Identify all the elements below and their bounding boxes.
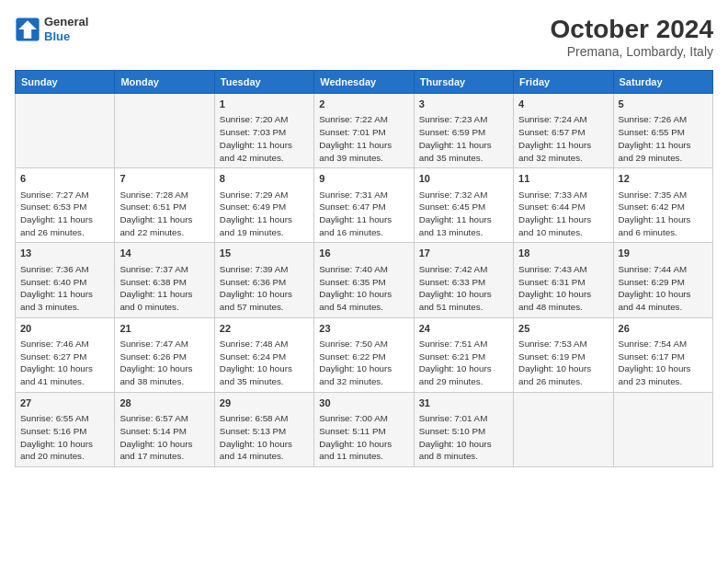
calendar-day-cell: 7Sunrise: 7:28 AMSunset: 6:51 PMDaylight… <box>115 168 214 243</box>
day-number: 4 <box>518 98 608 111</box>
day-number: 16 <box>319 247 408 260</box>
calendar-day-cell: 28Sunrise: 6:57 AMSunset: 5:14 PMDayligh… <box>115 392 214 466</box>
day-info: Sunrise: 7:46 AMSunset: 6:27 PMDaylight:… <box>20 338 109 388</box>
calendar-day-cell: 14Sunrise: 7:37 AMSunset: 6:38 PMDayligh… <box>115 243 214 317</box>
logo: General Blue <box>15 15 88 43</box>
day-info: Sunrise: 7:23 AMSunset: 6:59 PMDaylight:… <box>419 113 508 164</box>
calendar-day-cell <box>115 94 214 168</box>
day-number: 21 <box>119 322 209 336</box>
calendar-header-row: SundayMondayTuesdayWednesdayThursdayFrid… <box>16 71 713 94</box>
day-info: Sunrise: 7:53 AMSunset: 6:19 PMDaylight:… <box>518 338 608 388</box>
day-number: 29 <box>220 396 309 410</box>
logo-icon <box>15 17 40 42</box>
calendar-day-cell: 1Sunrise: 7:20 AMSunset: 7:03 PMDaylight… <box>214 94 313 168</box>
day-of-week-header: Wednesday <box>314 71 414 94</box>
calendar-day-cell: 9Sunrise: 7:31 AMSunset: 6:47 PMDaylight… <box>314 168 414 243</box>
calendar-day-cell: 25Sunrise: 7:53 AMSunset: 6:19 PMDayligh… <box>514 317 613 392</box>
calendar-day-cell: 27Sunrise: 6:55 AMSunset: 5:16 PMDayligh… <box>16 392 115 466</box>
day-number: 2 <box>319 98 408 111</box>
day-info: Sunrise: 7:24 AMSunset: 6:57 PMDaylight:… <box>518 113 608 164</box>
day-number: 26 <box>619 322 708 336</box>
day-number: 11 <box>518 172 608 186</box>
day-number: 22 <box>220 322 309 336</box>
day-of-week-header: Monday <box>115 71 214 94</box>
calendar-day-cell: 29Sunrise: 6:58 AMSunset: 5:13 PMDayligh… <box>214 392 313 466</box>
day-of-week-header: Saturday <box>613 71 712 94</box>
day-info: Sunrise: 7:47 AMSunset: 6:26 PMDaylight:… <box>119 338 209 388</box>
calendar-day-cell: 21Sunrise: 7:47 AMSunset: 6:26 PMDayligh… <box>115 317 214 392</box>
day-info: Sunrise: 6:58 AMSunset: 5:13 PMDaylight:… <box>220 412 309 463</box>
day-number: 5 <box>619 98 708 111</box>
calendar-week-row: 13Sunrise: 7:36 AMSunset: 6:40 PMDayligh… <box>16 243 713 317</box>
day-info: Sunrise: 7:42 AMSunset: 6:33 PMDaylight:… <box>419 263 508 314</box>
day-number: 13 <box>20 247 109 260</box>
calendar-day-cell: 19Sunrise: 7:44 AMSunset: 6:29 PMDayligh… <box>613 243 712 317</box>
page-header: General Blue October 2024 Premana, Lomba… <box>15 15 713 59</box>
day-info: Sunrise: 7:43 AMSunset: 6:31 PMDaylight:… <box>518 263 608 314</box>
day-number: 28 <box>119 396 209 410</box>
calendar-week-row: 27Sunrise: 6:55 AMSunset: 5:16 PMDayligh… <box>16 392 713 466</box>
day-of-week-header: Sunday <box>16 71 115 94</box>
day-of-week-header: Friday <box>514 71 613 94</box>
day-info: Sunrise: 7:37 AMSunset: 6:38 PMDaylight:… <box>119 263 209 314</box>
logo-line2: Blue <box>44 29 88 44</box>
day-info: Sunrise: 7:26 AMSunset: 6:55 PMDaylight:… <box>619 113 708 164</box>
calendar-day-cell: 23Sunrise: 7:50 AMSunset: 6:22 PMDayligh… <box>314 317 414 392</box>
day-info: Sunrise: 7:40 AMSunset: 6:35 PMDaylight:… <box>319 263 408 314</box>
calendar-day-cell: 15Sunrise: 7:39 AMSunset: 6:36 PMDayligh… <box>214 243 313 317</box>
calendar-day-cell: 13Sunrise: 7:36 AMSunset: 6:40 PMDayligh… <box>16 243 115 317</box>
day-info: Sunrise: 7:22 AMSunset: 7:01 PMDaylight:… <box>319 113 408 164</box>
calendar-day-cell: 5Sunrise: 7:26 AMSunset: 6:55 PMDaylight… <box>613 94 712 168</box>
calendar-day-cell <box>613 392 712 466</box>
day-of-week-header: Tuesday <box>214 71 313 94</box>
day-number: 8 <box>220 172 309 186</box>
calendar-day-cell: 6Sunrise: 7:27 AMSunset: 6:53 PMDaylight… <box>16 168 115 243</box>
calendar-day-cell: 2Sunrise: 7:22 AMSunset: 7:01 PMDaylight… <box>314 94 414 168</box>
day-number: 12 <box>619 172 708 186</box>
calendar-day-cell: 16Sunrise: 7:40 AMSunset: 6:35 PMDayligh… <box>314 243 414 317</box>
day-info: Sunrise: 7:29 AMSunset: 6:49 PMDaylight:… <box>220 189 309 239</box>
day-info: Sunrise: 7:39 AMSunset: 6:36 PMDaylight:… <box>220 263 309 314</box>
day-info: Sunrise: 7:00 AMSunset: 5:11 PMDaylight:… <box>319 412 408 463</box>
day-info: Sunrise: 7:27 AMSunset: 6:53 PMDaylight:… <box>20 189 109 239</box>
day-info: Sunrise: 7:33 AMSunset: 6:44 PMDaylight:… <box>518 189 608 239</box>
day-info: Sunrise: 7:31 AMSunset: 6:47 PMDaylight:… <box>319 189 408 239</box>
day-info: Sunrise: 6:55 AMSunset: 5:16 PMDaylight:… <box>20 412 109 463</box>
calendar-day-cell <box>514 392 613 466</box>
day-number: 15 <box>220 247 309 260</box>
calendar-day-cell: 18Sunrise: 7:43 AMSunset: 6:31 PMDayligh… <box>514 243 613 317</box>
day-info: Sunrise: 7:50 AMSunset: 6:22 PMDaylight:… <box>319 338 408 388</box>
day-info: Sunrise: 7:44 AMSunset: 6:29 PMDaylight:… <box>619 263 708 314</box>
calendar-week-row: 1Sunrise: 7:20 AMSunset: 7:03 PMDaylight… <box>16 94 713 168</box>
title-block: October 2024 Premana, Lombardy, Italy <box>551 15 713 59</box>
day-info: Sunrise: 7:48 AMSunset: 6:24 PMDaylight:… <box>220 338 309 388</box>
day-number: 14 <box>119 247 209 260</box>
calendar-day-cell: 10Sunrise: 7:32 AMSunset: 6:45 PMDayligh… <box>414 168 513 243</box>
day-info: Sunrise: 6:57 AMSunset: 5:14 PMDaylight:… <box>119 412 209 463</box>
calendar-subtitle: Premana, Lombardy, Italy <box>551 44 713 59</box>
day-number: 24 <box>419 322 508 336</box>
calendar-day-cell: 26Sunrise: 7:54 AMSunset: 6:17 PMDayligh… <box>613 317 712 392</box>
calendar-table: SundayMondayTuesdayWednesdayThursdayFrid… <box>15 70 713 467</box>
day-number: 1 <box>220 98 309 111</box>
day-number: 30 <box>319 396 408 410</box>
calendar-day-cell: 24Sunrise: 7:51 AMSunset: 6:21 PMDayligh… <box>414 317 513 392</box>
calendar-day-cell: 11Sunrise: 7:33 AMSunset: 6:44 PMDayligh… <box>514 168 613 243</box>
day-info: Sunrise: 7:51 AMSunset: 6:21 PMDaylight:… <box>419 338 508 388</box>
day-number: 6 <box>20 172 109 186</box>
day-info: Sunrise: 7:20 AMSunset: 7:03 PMDaylight:… <box>220 113 309 164</box>
day-number: 25 <box>518 322 608 336</box>
day-number: 9 <box>319 172 408 186</box>
day-info: Sunrise: 7:32 AMSunset: 6:45 PMDaylight:… <box>419 189 508 239</box>
day-info: Sunrise: 7:36 AMSunset: 6:40 PMDaylight:… <box>20 263 109 314</box>
calendar-day-cell <box>16 94 115 168</box>
day-number: 3 <box>419 98 508 111</box>
day-of-week-header: Thursday <box>414 71 513 94</box>
day-number: 10 <box>419 172 508 186</box>
day-number: 19 <box>619 247 708 260</box>
logo-line1: General <box>44 15 88 29</box>
calendar-day-cell: 31Sunrise: 7:01 AMSunset: 5:10 PMDayligh… <box>414 392 513 466</box>
calendar-day-cell: 17Sunrise: 7:42 AMSunset: 6:33 PMDayligh… <box>414 243 513 317</box>
day-number: 31 <box>419 396 508 410</box>
calendar-day-cell: 30Sunrise: 7:00 AMSunset: 5:11 PMDayligh… <box>314 392 414 466</box>
